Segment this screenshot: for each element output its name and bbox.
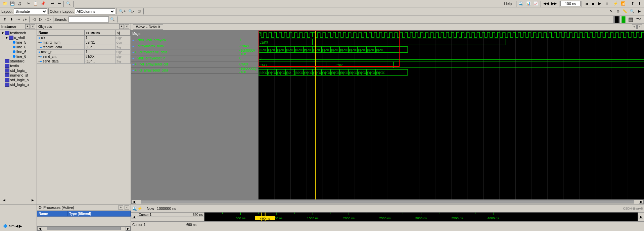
wave-tab[interactable]: Wave - Default (133, 24, 163, 30)
tree-item-stdlogica[interactable]: std_logic_a (1, 78, 36, 82)
tree-item-line6b[interactable]: line_6 (1, 49, 36, 54)
sim-arrow-right[interactable]: ▶ (19, 224, 22, 228)
processes-btn-close[interactable]: × (125, 205, 129, 210)
instance-btn-add[interactable]: + (25, 24, 30, 29)
processes-btn-add[interactable]: + (119, 205, 123, 210)
timeline-scroll-left[interactable]: ◀ (132, 215, 136, 219)
zoom-fit[interactable]: ⊡ (136, 8, 142, 15)
obj-row-matrix[interactable]: +● matrix_num 32h31 Con (37, 40, 131, 45)
cursor-pointer[interactable]: ↖ (608, 8, 614, 15)
instance-scroll-left[interactable]: ◀ (1, 197, 7, 203)
tree-item-line6c[interactable]: line_6 (1, 54, 36, 59)
time-display[interactable]: 100 ns (560, 1, 581, 6)
tree-item-stdlogic1[interactable]: std_logic_ (1, 68, 36, 73)
tree-item-uvhdl[interactable]: ▼ u_vhdl (1, 35, 36, 40)
toolbar-icon-wave3[interactable]: 📈 (532, 0, 540, 7)
help-label[interactable]: Help (504, 2, 512, 6)
nav-btn-3[interactable]: ↑+ (15, 16, 21, 23)
sim-restart[interactable]: ⏹ (590, 0, 596, 7)
search-input[interactable] (68, 16, 109, 22)
signal-name-senddata[interactable]: ♦ + ...dl_array/send_data (131, 67, 238, 73)
instance-btn-close[interactable]: × (31, 24, 35, 29)
waveform-display[interactable]: 1 32d49 {16h0000} {16h0000} (259, 31, 644, 199)
scroll-thumb[interactable] (141, 200, 634, 203)
obj-row-reset[interactable]: ● reset_n 1 Sign (37, 50, 131, 54)
wave-scrollbar-h[interactable]: ◀ ▶ (131, 199, 644, 204)
toolbar-icon-cut[interactable]: ✂ (25, 0, 32, 7)
cursor-crosshair[interactable]: ⊕ (614, 8, 621, 15)
signal-btn-3[interactable]: ◁▷ (44, 16, 52, 23)
nav-btn-2[interactable]: ⬇ (8, 16, 15, 23)
nav-btn-4[interactable]: ↓+ (21, 16, 28, 23)
zoom-btn-1[interactable]: 🔍+ (118, 8, 127, 15)
toolbar-icon-1[interactable]: 📁 (1, 0, 9, 7)
wave-shape-3[interactable]: █ (620, 16, 627, 23)
sim-run[interactable]: ▶ (596, 0, 603, 7)
tree-item-stdlogicu[interactable]: std_logic_u (1, 82, 36, 87)
tree-item-standard[interactable]: standard (1, 59, 36, 63)
toolbar-icon-undo[interactable]: ↩ (49, 0, 56, 7)
scroll-left-btn[interactable]: ◀ (131, 200, 136, 204)
toolbar-icon-find[interactable]: 🔍 (65, 0, 72, 7)
signal-btn-2[interactable]: ▷ (37, 16, 44, 23)
toolbar-icon-paste[interactable]: 📌 (39, 0, 47, 7)
toolbar-icon-copy[interactable]: 📋 (32, 0, 39, 7)
toolbar-icon-wave2[interactable]: 📊 (525, 0, 532, 7)
zoom-btn-2[interactable]: 🔍- (127, 8, 136, 15)
obj-row-clk[interactable]: ● clk 1 Sign (37, 36, 131, 40)
sim-step-back[interactable]: ⏮ (583, 0, 590, 7)
col-layout-select[interactable]: AllColumns (75, 8, 115, 14)
sim-tab[interactable]: 🔷 sim ◀ ▶ (1, 223, 24, 229)
processes-scrollbar[interactable]: ◀ ▶ (37, 226, 131, 231)
nav-btn-1[interactable]: ⬆ (1, 16, 8, 23)
timeline-area[interactable]: 500 ns 1000 ns 1500 ns 2000 ns 2500 ns 3… (204, 213, 638, 221)
nav-dn[interactable]: ⬇ (636, 0, 643, 7)
expand-testbench[interactable]: ▼ (1, 31, 5, 35)
toolbar-icon-redo[interactable]: ↪ (56, 0, 62, 7)
signal-name-matrix[interactable]: ♦ ...array/matrix_num (131, 43, 238, 49)
extra-btn-2[interactable]: 📶 (619, 0, 627, 7)
cursor-zoom[interactable]: 🔍 (629, 8, 636, 15)
search-btn[interactable]: 🔍 (109, 16, 116, 23)
objects-btn-close[interactable]: × (125, 24, 129, 29)
cursor-measure[interactable]: 📏 (621, 8, 629, 15)
tree-item-textio[interactable]: textio (1, 63, 36, 68)
obj-row-sendcnt[interactable]: +● send_cnt 8'hXX Sign (37, 54, 131, 59)
signal-btn-1[interactable]: ◁ (31, 16, 37, 23)
signal-name-reset[interactable]: ♦ ...vhdl_array/reset_n (131, 55, 238, 61)
toolbar-icon-wave1[interactable]: 🌊 (517, 0, 525, 7)
nav-up[interactable]: ⬆ (629, 0, 636, 7)
signal-expand-sendcnt[interactable]: + (135, 62, 137, 66)
proc-scroll-right[interactable]: ▶ (126, 227, 130, 231)
proc-scroll-left[interactable]: ◀ (37, 227, 42, 231)
sim-arrow-left[interactable]: ◀ (15, 224, 18, 228)
signal-name-receive[interactable]: ♦ + ...array/receive_data (131, 49, 238, 55)
signal-name-sendcnt[interactable]: ♦ + ...hdl_array/send_cnt (131, 61, 238, 67)
cursor-play[interactable]: ▶ (636, 8, 643, 15)
signal-expand-receive[interactable]: + (135, 50, 137, 54)
tree-item-numeric[interactable]: numeric_st (1, 73, 36, 78)
proc-scroll-thumb[interactable] (47, 227, 121, 230)
time-back[interactable]: ◀◀ (542, 0, 550, 7)
tree-item-line5[interactable]: line_5 (1, 40, 36, 45)
toolbar-icon-3[interactable]: 🖨 (16, 0, 23, 7)
col-type[interactable]: ▷| (115, 30, 130, 36)
timeline-scroll-right[interactable]: ▶ (639, 215, 643, 219)
wave-shape-5[interactable]: 〜 (635, 16, 643, 23)
scroll-right-btn[interactable]: ▶ (639, 200, 644, 204)
obj-row-receive[interactable]: +● receive_data {16h... Sign (37, 45, 131, 50)
instance-scroll-right[interactable]: ▶ (29, 197, 36, 203)
wave-shape-2[interactable]: █ (613, 16, 620, 23)
objects-btn-add[interactable]: + (119, 24, 124, 29)
col-name[interactable]: Name (37, 30, 85, 36)
signal-name-clk[interactable]: ♦ ...ch/u_vhdl_array/clk (131, 37, 238, 43)
wave-btn-add[interactable]: + (632, 25, 637, 29)
time-fwd[interactable]: ▶▶ (550, 0, 558, 7)
signal-expand-senddata[interactable]: + (135, 68, 137, 72)
obj-row-senddata[interactable]: +● send_data {16h... Sign (37, 59, 131, 64)
extra-btn-1[interactable]: ⚡ (612, 0, 619, 7)
proc-col-name[interactable]: Name (37, 211, 68, 217)
tree-item-testbench[interactable]: ▼ testbench (1, 31, 36, 35)
wave-shape-1[interactable]: ⎍ (607, 16, 613, 23)
col-value[interactable]: ●● 690 ns (85, 30, 115, 36)
